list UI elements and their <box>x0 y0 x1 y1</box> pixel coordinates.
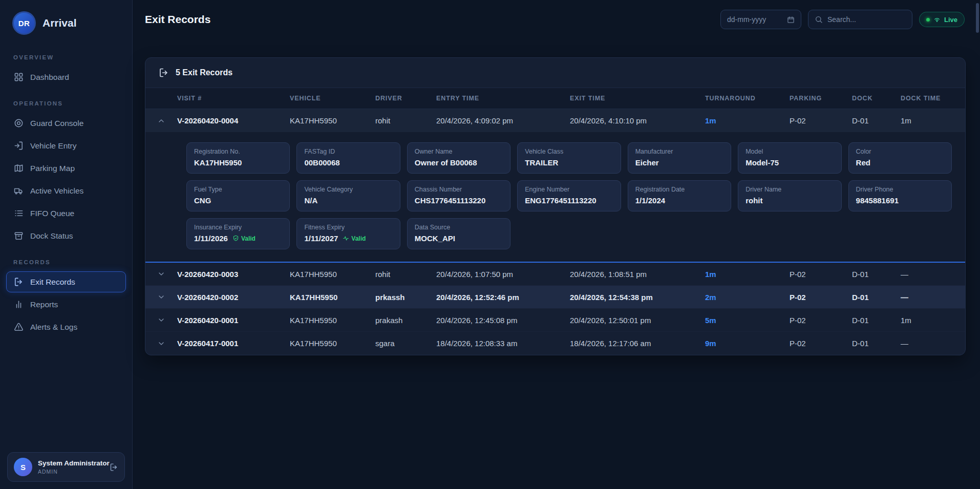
detail-field-driver-phone: Driver Phone 9845881691 <box>848 180 952 211</box>
map-icon <box>14 163 24 173</box>
dock-time-cell: — <box>901 270 965 279</box>
sidebar-item-exit-records[interactable]: Exit Records <box>6 271 126 292</box>
turnaround-cell: 1m <box>705 270 790 279</box>
detail-field-color: Color Red <box>848 142 952 174</box>
sidebar-item-dock-status[interactable]: Dock Status <box>6 225 126 246</box>
table-row[interactable]: V-20260420-0001 KA17HH5950 prakash 20/4/… <box>145 309 965 332</box>
search-input[interactable] <box>827 15 906 24</box>
record-count-label: 5 Exit Records <box>176 68 232 77</box>
sidebar-item-guard-console[interactable]: Guard Console <box>6 113 126 134</box>
table-row[interactable]: V-20260420-0003 KA17HH5950 rohit 20/4/20… <box>145 263 965 286</box>
visit-number: V-20260417-0001 <box>177 339 290 348</box>
logout-icon[interactable] <box>110 463 118 472</box>
parking-cell: P-02 <box>790 270 852 279</box>
sidebar-item-reports[interactable]: Reports <box>6 294 126 315</box>
calendar-icon[interactable] <box>787 16 795 24</box>
driver-cell: sgara <box>375 339 436 348</box>
dock-cell: D-01 <box>852 116 901 125</box>
sidebar-item-vehicle-entry[interactable]: Vehicle Entry <box>6 135 126 156</box>
exit-time-cell: 18/4/2026, 12:17:06 am <box>570 339 705 348</box>
scrollbar-thumb[interactable] <box>976 3 979 33</box>
user-role: ADMIN <box>38 469 104 475</box>
dock-time-cell: 1m <box>901 116 965 125</box>
dock-cell: D-01 <box>852 270 901 279</box>
sidebar-item-dashboard[interactable]: Dashboard <box>6 67 126 88</box>
search-field[interactable] <box>808 10 912 29</box>
chevron-down-icon[interactable] <box>145 339 177 348</box>
detail-field-manufacturer: Manufacturer Eicher <box>628 142 731 174</box>
detail-field-fitness-expiry: Fitness Expiry 1/11/2027 Valid <box>296 218 400 249</box>
sidebar-item-label: FIFO Queue <box>30 209 74 218</box>
sidebar-item-parking-map[interactable]: Parking Map <box>6 158 126 179</box>
section-label-operations: OPERATIONS <box>0 89 132 111</box>
chevron-down-icon[interactable] <box>145 270 177 278</box>
live-label: Live <box>944 16 957 24</box>
sidebar-item-label: Exit Records <box>30 278 75 287</box>
valid-badge: Valid <box>232 235 255 242</box>
table-row[interactable]: V-20260420-0002 KA17HH5950 prkassh 20/4/… <box>145 286 965 309</box>
column-header: TURNAROUND <box>705 95 790 102</box>
vehicle-cell: KA17HH5950 <box>290 116 375 125</box>
topbar-controls: Live <box>720 10 965 29</box>
truck-icon <box>14 186 24 196</box>
detail-field-owner-name: Owner Name Owner of B00068 <box>407 142 510 174</box>
topbar: Exit Records Live <box>133 0 980 39</box>
column-header: PARKING <box>790 95 852 102</box>
visit-number: V-20260420-0001 <box>177 316 290 325</box>
sidebar-item-label: Guard Console <box>30 119 83 128</box>
target-icon <box>14 118 24 128</box>
user-meta: System Administrator ADMIN <box>38 459 104 475</box>
sidebar-item-fifo-queue[interactable]: FIFO Queue <box>6 203 126 224</box>
turnaround-cell: 2m <box>705 293 790 302</box>
vehicle-cell: KA17HH5950 <box>290 316 375 325</box>
sidebar-item-active-vehicles[interactable]: Active Vehicles <box>6 180 126 201</box>
live-status-badge[interactable]: Live <box>919 12 965 27</box>
sidebar-item-label: Parking Map <box>30 164 75 173</box>
sidebar-nav: OVERVIEW Dashboard OPERATIONS Guard Cons… <box>0 43 132 445</box>
parking-cell: P-02 <box>790 316 852 325</box>
sidebar-item-label: Active Vehicles <box>30 186 83 196</box>
log-out-icon <box>159 68 169 78</box>
table-row[interactable]: V-20260417-0001 KA17HH5950 sgara 18/4/20… <box>145 332 965 355</box>
live-dot-icon <box>926 18 930 22</box>
entry-time-cell: 18/4/2026, 12:08:33 am <box>436 339 570 348</box>
dock-cell: D-01 <box>852 293 901 302</box>
exit-time-cell: 20/4/2026, 1:08:51 pm <box>570 270 705 279</box>
brand: DR Arrival <box>0 0 132 43</box>
sidebar-item-label: Vehicle Entry <box>30 141 76 151</box>
sidebar-item-label: Dock Status <box>30 231 73 241</box>
entry-time-cell: 20/4/2026, 4:09:02 pm <box>436 116 570 125</box>
sidebar-item-label: Dashboard <box>30 73 69 82</box>
log-out-icon <box>14 277 24 287</box>
ordered-list-icon <box>14 208 24 218</box>
row-detail-panel: Registration No. KA17HH5950 FASTag ID 00… <box>145 132 965 263</box>
entry-time-cell: 20/4/2026, 1:07:50 pm <box>436 270 570 279</box>
dock-time-cell: — <box>901 293 965 302</box>
bar-chart-icon <box>14 300 24 309</box>
sidebar-item-label: Alerts & Logs <box>30 323 77 332</box>
wifi-icon <box>933 16 941 23</box>
chevron-down-icon[interactable] <box>145 293 177 301</box>
chevron-up-icon[interactable] <box>145 117 177 125</box>
chevron-down-icon[interactable] <box>145 316 177 324</box>
vehicle-cell: KA17HH5950 <box>290 339 375 348</box>
date-input[interactable] <box>727 15 782 24</box>
detail-field-fastag-id: FASTag ID 00B00068 <box>296 142 400 174</box>
activity-icon <box>343 235 349 242</box>
date-filter-field[interactable] <box>720 10 801 29</box>
section-label-records: RECORDS <box>0 248 132 270</box>
sidebar-item-alerts-logs[interactable]: Alerts & Logs <box>6 316 126 337</box>
driver-cell: rohit <box>375 270 436 279</box>
log-in-icon <box>14 141 24 151</box>
detail-field-insurance-expiry: Insurance Expiry 1/11/2026 Valid <box>186 218 290 249</box>
user-chip[interactable]: S System Administrator ADMIN <box>7 452 125 482</box>
search-icon <box>815 15 823 24</box>
sidebar: DR Arrival OVERVIEW Dashboard OPERATIONS… <box>0 0 133 489</box>
table-row[interactable]: V-20260420-0004 KA17HH5950 rohit 20/4/20… <box>145 109 965 132</box>
vehicle-cell: KA17HH5950 <box>290 293 375 302</box>
turnaround-cell: 5m <box>705 316 790 325</box>
detail-field-chassis-number: Chassis Number CHS1776451113220 <box>407 180 510 211</box>
dock-time-cell: — <box>901 339 965 348</box>
archive-icon <box>14 231 24 241</box>
column-header: DRIVER <box>375 95 436 102</box>
